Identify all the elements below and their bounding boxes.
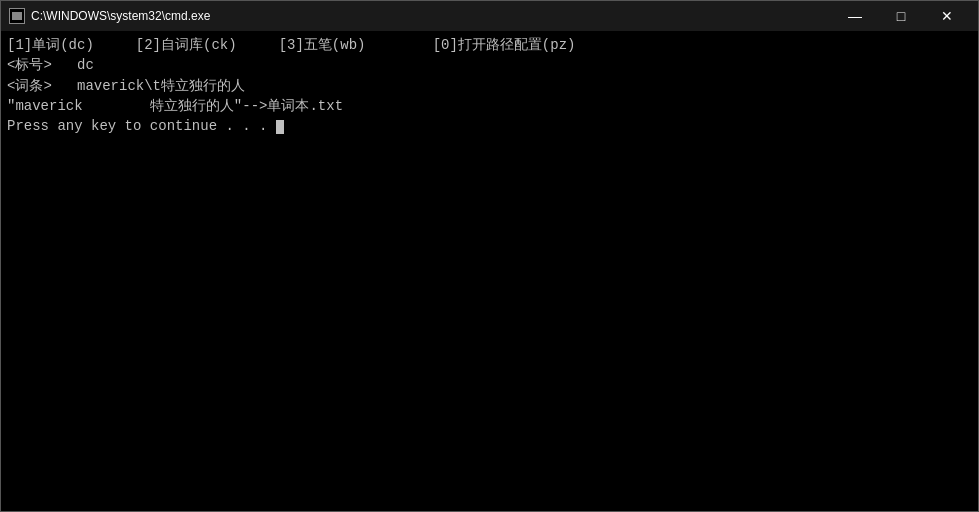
close-button[interactable]: ✕ xyxy=(924,1,970,31)
window-controls: — □ ✕ xyxy=(832,1,970,31)
minimize-button[interactable]: — xyxy=(832,1,878,31)
console-line-5: "maverick 特立独行的人"-->单词本.txt xyxy=(7,96,972,116)
cursor xyxy=(276,120,284,134)
maximize-button[interactable]: □ xyxy=(878,1,924,31)
console-line-2: <标号> dc xyxy=(7,55,972,75)
title-bar: C:\WINDOWS\system32\cmd.exe — □ ✕ xyxy=(1,1,978,31)
console-body: [1]单词(dc) [2]自词库(ck) [3]五笔(wb) [0]打开路径配置… xyxy=(1,31,978,511)
console-line-3: <词条> maverick\t特立独行的人 xyxy=(7,76,972,96)
cmd-window: C:\WINDOWS\system32\cmd.exe — □ ✕ [1]单词(… xyxy=(0,0,979,512)
window-icon xyxy=(9,8,25,24)
console-line-7: Press any key to continue . . . xyxy=(7,116,972,136)
console-line-1: [1]单词(dc) [2]自词库(ck) [3]五笔(wb) [0]打开路径配置… xyxy=(7,35,972,55)
title-bar-title: C:\WINDOWS\system32\cmd.exe xyxy=(31,9,832,23)
